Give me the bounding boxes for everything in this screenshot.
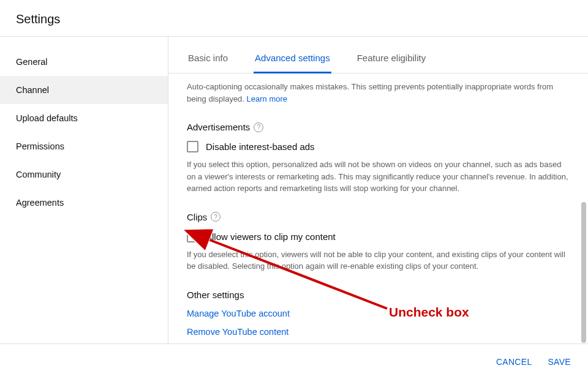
main-container: General Channel Upload defaults Permissi… [0,37,588,344]
sidebar: General Channel Upload defaults Permissi… [0,37,168,344]
sidebar-item-label: Upload defaults [16,113,78,123]
advertisements-description: If you select this option, personalized … [187,159,570,195]
sidebar-item-upload-defaults[interactable]: Upload defaults [0,104,168,132]
tab-label: Basic info [188,53,228,63]
remove-content-link[interactable]: Remove YouTube content [187,327,570,337]
sidebar-item-label: Community [16,170,61,179]
sidebar-item-label: General [16,57,48,67]
scrollbar-track [581,80,586,343]
tab-feature-eligibility[interactable]: Feature eligibility [356,44,428,73]
advertisements-section: Advertisements ? Disable interest-based … [187,122,570,195]
sidebar-item-agreements[interactable]: Agreements [0,189,168,217]
other-settings-header: Other settings [187,290,570,300]
learn-more-link[interactable]: Learn more [247,94,287,103]
tab-label: Feature eligibility [357,53,426,63]
allow-clips-label: Allow viewers to clip my content [206,231,336,242]
help-icon[interactable]: ? [211,212,221,222]
sidebar-item-permissions[interactable]: Permissions [0,132,168,160]
advertisements-title: Advertisements [187,122,250,132]
sidebar-item-community[interactable]: Community [0,160,168,189]
advertisements-header: Advertisements ? [187,122,570,132]
sidebar-item-label: Agreements [16,198,64,208]
tab-basic-info[interactable]: Basic info [187,44,229,73]
tabs: Basic info Advanced settings Feature eli… [168,37,588,73]
help-icon[interactable]: ? [254,122,263,132]
autocaption-description: Auto-captioning occasionally makes mista… [187,81,570,105]
content-area: Basic info Advanced settings Feature eli… [168,37,588,344]
clips-section: Clips ? Allow viewers to clip my content… [187,212,570,272]
allow-clips-checkbox[interactable] [187,231,198,242]
sidebar-item-channel[interactable]: Channel [0,76,168,104]
save-button[interactable]: SAVE [548,357,571,367]
sidebar-item-label: Permissions [16,141,64,151]
manage-account-link[interactable]: Manage YouTube account [187,309,570,318]
scrollbar-thumb[interactable] [581,202,586,343]
sidebar-item-label: Channel [16,85,49,95]
clips-description: If you deselect this option, viewers wil… [187,249,570,272]
sidebar-item-general[interactable]: General [0,48,168,76]
clips-header: Clips ? [187,212,570,222]
other-settings-section: Other settings Manage YouTube account Re… [187,290,570,337]
footer: CANCEL SAVE [0,343,588,379]
tab-label: Advanced settings [255,53,330,63]
settings-header: Settings [0,0,588,37]
disable-ads-checkbox-row: Disable interest-based ads [187,141,570,152]
clips-checkbox-row: Allow viewers to clip my content [187,231,570,242]
disable-ads-checkbox[interactable] [187,141,198,152]
settings-title: Settings [16,12,572,26]
clips-title: Clips [187,212,207,222]
disable-ads-label: Disable interest-based ads [206,141,315,152]
content-body: Auto-captioning occasionally makes mista… [168,73,588,344]
cancel-button[interactable]: CANCEL [496,357,532,367]
other-settings-title: Other settings [187,290,244,300]
tab-advanced-settings[interactable]: Advanced settings [254,44,331,73]
